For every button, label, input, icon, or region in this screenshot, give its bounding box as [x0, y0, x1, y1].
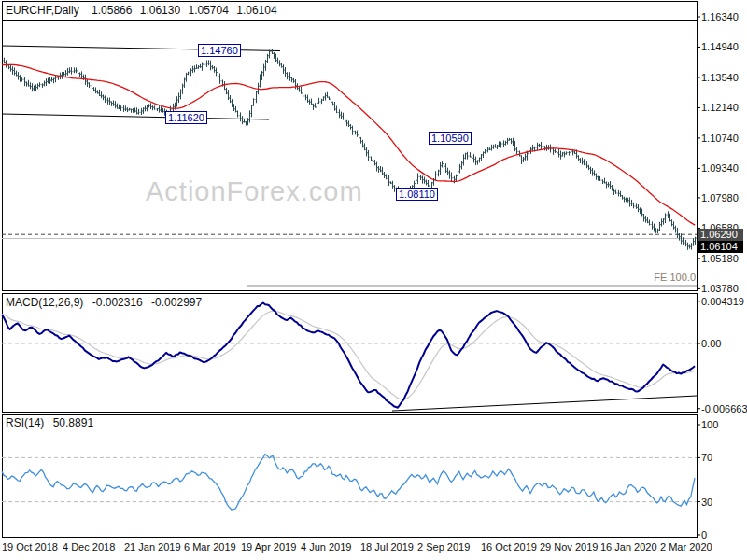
macd-axis-label: 0.00 — [701, 338, 721, 349]
macd-line — [2, 303, 695, 408]
level-price-tag: 1.06290 — [698, 229, 743, 241]
ohlc-open-close-ticks — [4, 52, 697, 247]
macd-header: MACD(12,26,9) -0.002316 -0.002997 — [6, 296, 207, 309]
ohlc-header: EURCHF,Daily 1.05866 1.06130 1.05704 1.0… — [6, 4, 282, 17]
support-resistance-line-1.11620 — [2, 114, 269, 119]
price-axis-label: 1.10740 — [701, 133, 739, 144]
date-label: 19 Apr 2019 — [241, 541, 296, 553]
price-level-label: 1.10590 — [429, 132, 472, 145]
price-axis-label: 1.12140 — [701, 102, 739, 113]
price-level-label: 1.08110 — [396, 188, 438, 201]
macd-signal-line — [2, 311, 695, 399]
macd-title: MACD(12,26,9) — [6, 296, 83, 309]
symbol-timeframe: EURCHF,Daily — [6, 4, 79, 17]
price-axis-label: 1.13540 — [701, 72, 739, 83]
price-level-label: 1.11620 — [165, 111, 207, 124]
open-value: 1.05866 — [92, 4, 132, 17]
macd-axis-label: -0.006663 — [701, 403, 747, 414]
macd-panel-border — [3, 294, 698, 413]
rsi-panel-border — [3, 415, 698, 538]
rsi-title: RSI(14) — [6, 416, 44, 429]
date-label: 2 Sep 2019 — [417, 541, 470, 553]
date-label: 16 Oct 2019 — [481, 541, 537, 553]
rsi-line — [2, 455, 695, 511]
date-label: 4 Jun 2019 — [301, 541, 351, 553]
rsi-axis-label: 30 — [701, 497, 712, 508]
moving-average-line — [2, 64, 695, 225]
date-label: 21 Jan 2019 — [124, 541, 181, 553]
date-label: 16 Jan 2020 — [600, 541, 657, 553]
date-label: 6 Mar 2019 — [184, 541, 236, 553]
rsi-axis-label: 100 — [701, 419, 718, 430]
candle-series — [5, 49, 696, 250]
price-axis-label: 1.05180 — [701, 253, 739, 264]
price-axis-label: 1.09340 — [701, 162, 739, 174]
high-value: 1.06130 — [140, 4, 180, 17]
macd-trendline — [392, 396, 697, 411]
fib-expansion-label: FE 100.0 — [602, 272, 696, 283]
price-axis-label: 1.14940 — [701, 41, 739, 52]
date-label: 19 Oct 2018 — [2, 541, 58, 553]
date-label: 29 Nov 2019 — [540, 541, 598, 553]
price-axis-label: 1.03780 — [701, 283, 739, 294]
rsi-axis-label: 0 — [701, 529, 707, 540]
forex-chart-image: ActionForex.com EURCHF,Daily 1.05866 1.0… — [0, 0, 747, 560]
rsi-axis-label: 70 — [701, 452, 712, 463]
rsi-header: RSI(14) 50.8891 — [6, 416, 99, 429]
price-level-label: 1.14760 — [198, 44, 241, 57]
rsi-value: 50.8891 — [53, 416, 93, 429]
close-value: 1.06104 — [236, 4, 276, 17]
date-label: 18 Jul 2019 — [360, 541, 414, 553]
macd-value: -0.002316 — [92, 296, 143, 309]
date-label: 2 Mar 2020 — [660, 541, 712, 553]
macd-signal-value: -0.002997 — [151, 296, 202, 309]
price-panel-border — [3, 21, 698, 291]
price-axis-label: 1.16340 — [701, 11, 739, 22]
current-price-tag: 1.06104 — [698, 241, 743, 253]
date-label: 4 Dec 2018 — [63, 541, 115, 553]
low-value: 1.05704 — [189, 4, 229, 17]
macd-axis-label: 0.004319 — [701, 296, 744, 307]
price-axis-label: 1.07980 — [701, 192, 739, 203]
